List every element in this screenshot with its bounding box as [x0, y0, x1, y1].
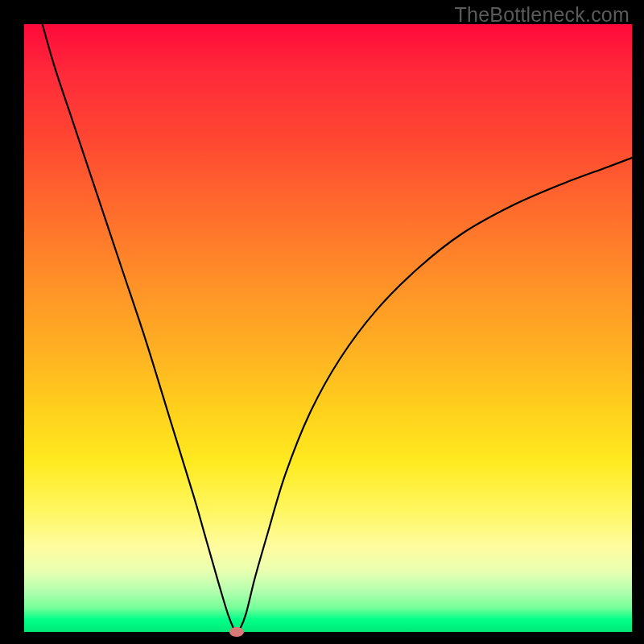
plot-area	[24, 24, 632, 632]
chart-container: TheBottleneck.com	[0, 0, 644, 644]
watermark-label: TheBottleneck.com	[455, 3, 630, 27]
bottleneck-curve	[24, 24, 632, 632]
minimum-marker	[229, 627, 244, 637]
